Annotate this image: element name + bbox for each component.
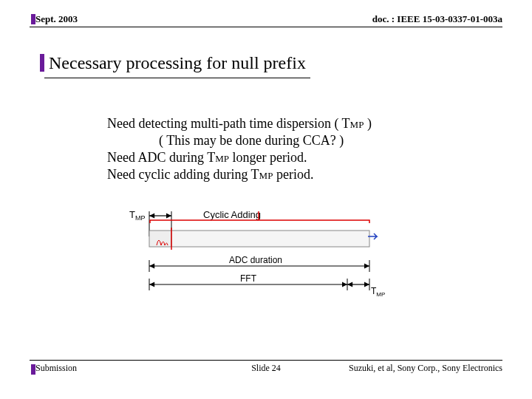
fig-tmp-label: T bbox=[129, 209, 135, 220]
body-line-1a: Need detecting multi-path time dispersio… bbox=[107, 116, 350, 131]
fig-fft-label: FFT bbox=[240, 273, 257, 284]
body-text-block: Need detecting multi-path time dispersio… bbox=[107, 115, 372, 183]
body-line-4b: period. bbox=[273, 167, 313, 182]
header-bar: Sept. 2003 doc. : IEEE 15-03-0337-01-003… bbox=[30, 13, 502, 27]
page-title: Necessary processing for null prefix bbox=[49, 53, 306, 72]
body-line-4a: Need cyclic adding during T bbox=[107, 167, 259, 182]
timing-diagram-svg: TMP Cyclic Adding ADC duration FFT bbox=[126, 207, 406, 318]
fig-adc-label: ADC duration bbox=[229, 255, 282, 265]
body-line-1: Need detecting multi-path time dispersio… bbox=[107, 115, 372, 132]
header-docref: doc. : IEEE 15-03-0337-01-003a bbox=[372, 13, 502, 25]
fig-cyclic-label: Cyclic Adding bbox=[203, 209, 261, 220]
body-line-4-sub: MP bbox=[259, 170, 273, 181]
svg-rect-6 bbox=[171, 231, 369, 247]
svg-text:TMP: TMP bbox=[129, 209, 145, 222]
footer-authors: Suzuki, et al, Sony Corp., Sony Electron… bbox=[349, 363, 502, 374]
fig-tmp-sub: MP bbox=[135, 214, 146, 222]
body-line-3b: longer period. bbox=[229, 150, 307, 165]
body-line-4: Need cyclic adding during TMP period. bbox=[107, 166, 372, 183]
header-date: Sept. 2003 bbox=[35, 13, 78, 25]
body-line-3a: Need ADC during T bbox=[107, 150, 215, 165]
body-line-1b: ) bbox=[364, 116, 372, 131]
body-line-2: ( This may be done during CCA? ) bbox=[107, 132, 372, 149]
svg-rect-5 bbox=[149, 231, 171, 247]
body-line-1-sub: MP bbox=[350, 119, 364, 130]
fig-tmp2-sub: MP bbox=[376, 291, 385, 298]
body-line-3: Need ADC during TMP longer period. bbox=[107, 149, 372, 166]
body-line-3-sub: MP bbox=[215, 153, 229, 164]
svg-text:TMP: TMP bbox=[371, 286, 385, 298]
timing-diagram: TMP Cyclic Adding ADC duration FFT bbox=[126, 207, 406, 318]
title-underline: Necessary processing for null prefix bbox=[44, 53, 310, 78]
footer-bar: Submission Slide 24 Suzuki, et al, Sony … bbox=[30, 360, 502, 375]
